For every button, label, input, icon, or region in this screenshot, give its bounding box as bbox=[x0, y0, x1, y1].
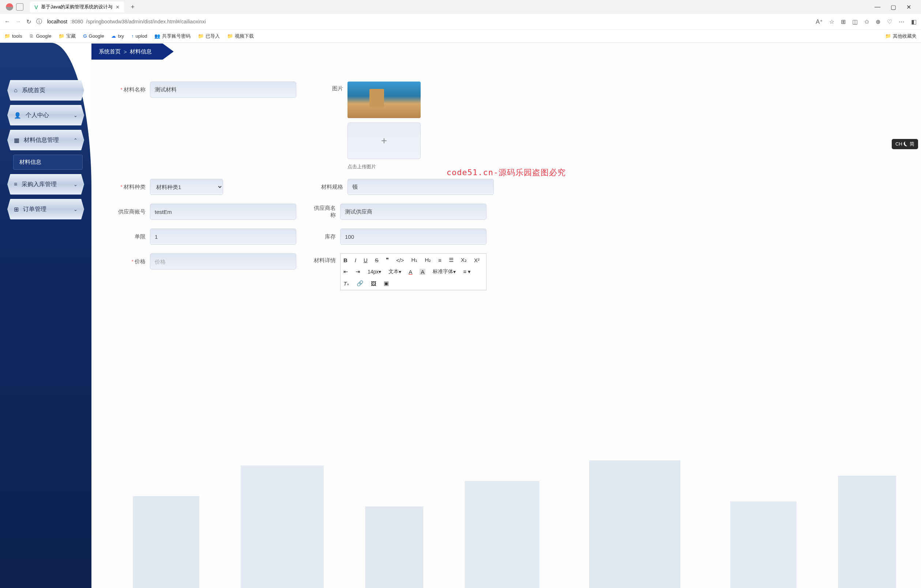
breadcrumb-sep: > bbox=[124, 49, 127, 55]
stock-input[interactable] bbox=[340, 229, 487, 245]
font-family-select[interactable]: 标准字体 ▾ bbox=[433, 268, 456, 275]
bookmark-baozang[interactable]: 📁宝藏 bbox=[59, 33, 76, 39]
material-type-select[interactable]: 材料种类1 bbox=[150, 179, 223, 195]
minimize-button[interactable]: — bbox=[873, 2, 882, 12]
url-input[interactable]: localhost:8080/springbootwdw38/admin/dis… bbox=[47, 19, 810, 24]
sidebar-sub-material-info[interactable]: 材料信息 bbox=[13, 155, 83, 170]
browser-tab[interactable]: V 基于Java的采购管理系统的设计与 ✕ bbox=[30, 2, 124, 13]
code-button[interactable]: </> bbox=[396, 257, 404, 263]
image-preview[interactable] bbox=[347, 81, 421, 118]
upload-button[interactable]: + bbox=[347, 122, 421, 159]
underline-button[interactable]: U bbox=[364, 257, 368, 263]
bookmark-tools[interactable]: 📁tools bbox=[4, 33, 22, 39]
price-input[interactable] bbox=[150, 253, 296, 270]
quote-button[interactable]: ❞ bbox=[386, 257, 389, 263]
main-content: 系统首页 > 材料信息 code51.cn-源码乐园盗图必究 *材料名称 图片 … bbox=[91, 43, 921, 588]
bookmark-google[interactable]: 🗎Google bbox=[29, 33, 51, 39]
profile-icon[interactable] bbox=[6, 3, 13, 11]
superscript-button[interactable]: X² bbox=[474, 257, 480, 263]
tab-bar: V 基于Java的采购管理系统的设计与 ✕ + — ▢ ✕ bbox=[0, 0, 921, 14]
refresh-button[interactable]: ↻ bbox=[26, 18, 31, 25]
rich-text-editor[interactable]: B I U S ❞ </> H₁ H₂ ≡ ☰ X₂ X² ⇤ bbox=[340, 253, 487, 290]
sidebar-label: 材料信息管理 bbox=[24, 136, 59, 144]
material-name-label: *材料名称 bbox=[113, 86, 150, 93]
material-icon: ▦ bbox=[14, 137, 20, 144]
svg-rect-3 bbox=[465, 481, 540, 588]
sidebar-item-order[interactable]: ⊞ 订单管理 ⌄ bbox=[7, 199, 84, 219]
italic-button[interactable]: I bbox=[355, 257, 356, 263]
h1-button[interactable]: H₁ bbox=[412, 257, 418, 263]
app-container: code51.cncode51.cncode51.cncode51.cncode… bbox=[0, 43, 921, 588]
ul-button[interactable]: ☰ bbox=[449, 257, 454, 263]
indent-button[interactable]: ⇤ bbox=[343, 268, 348, 275]
extension-icon[interactable]: ⊞ bbox=[841, 18, 846, 25]
subscript-button[interactable]: X₂ bbox=[461, 257, 467, 263]
address-bar: ← → ↻ ⓘ localhost:8080/springbootwdw38/a… bbox=[0, 14, 921, 29]
sidebar-item-profile[interactable]: 👤 个人中心 ⌄ bbox=[7, 105, 84, 125]
bg-color-button[interactable]: A bbox=[420, 269, 425, 275]
bold-button[interactable]: B bbox=[343, 257, 347, 263]
workspaces-icon[interactable] bbox=[16, 3, 23, 11]
clear-format-button[interactable]: Tₓ bbox=[343, 280, 349, 287]
svg-rect-5 bbox=[730, 501, 796, 588]
vue-favicon-icon: V bbox=[34, 4, 38, 10]
close-window-button[interactable]: ✕ bbox=[905, 2, 913, 12]
collections-icon[interactable]: ⊕ bbox=[875, 18, 880, 25]
font-size-select[interactable]: 14px ▾ bbox=[368, 269, 381, 275]
breadcrumb-home[interactable]: 系统首页 bbox=[99, 48, 121, 55]
other-bookmarks[interactable]: 📁其他收藏夹 bbox=[885, 33, 917, 39]
supplier-name-input[interactable] bbox=[340, 204, 487, 220]
align-button[interactable]: ≡ ▾ bbox=[463, 268, 471, 275]
sidebar-toggle-icon[interactable]: ◧ bbox=[911, 18, 917, 25]
new-tab-button[interactable]: + bbox=[128, 2, 138, 13]
profile-area bbox=[3, 3, 26, 11]
video-button[interactable]: ▣ bbox=[384, 280, 389, 287]
sidebar-item-material[interactable]: ▦ 材料信息管理 ⌃ bbox=[7, 130, 84, 150]
text-select[interactable]: 文本 ▾ bbox=[389, 268, 401, 275]
image-button[interactable]: 🖼 bbox=[371, 281, 376, 287]
tab-close-icon[interactable]: ✕ bbox=[116, 4, 120, 10]
sidebar-item-purchase[interactable]: ≡ 采购入库管理 ⌄ bbox=[7, 174, 84, 195]
watermark-overlay: code51.cn-源码乐园盗图必究 bbox=[447, 167, 566, 178]
font-color-button[interactable]: A bbox=[408, 269, 412, 275]
ol-button[interactable]: ≡ bbox=[438, 257, 441, 263]
material-spec-input[interactable] bbox=[347, 179, 494, 195]
ime-indicator[interactable]: CH ⏾ 简 bbox=[892, 139, 918, 149]
bookmark-video[interactable]: 📁视频下载 bbox=[227, 33, 254, 39]
outdent-button[interactable]: ⇥ bbox=[356, 268, 360, 275]
folder-icon: 📁 bbox=[4, 33, 10, 39]
chevron-down-icon: ⌄ bbox=[73, 206, 78, 212]
editor-toolbar: B I U S ❞ </> H₁ H₂ ≡ ☰ X₂ X² ⇤ bbox=[340, 254, 486, 290]
bookmark-txy[interactable]: ☁txy bbox=[111, 33, 124, 39]
strike-button[interactable]: S bbox=[375, 257, 379, 263]
link-button[interactable]: 🔗 bbox=[356, 280, 364, 287]
supplier-account-input[interactable] bbox=[150, 204, 296, 220]
bookmark-google2[interactable]: GGoogle bbox=[83, 33, 104, 39]
material-name-input[interactable] bbox=[150, 81, 296, 97]
forward-button[interactable]: → bbox=[15, 18, 21, 25]
bookmark-imported[interactable]: 📁已导入 bbox=[198, 33, 220, 39]
breadcrumb-current: 材料信息 bbox=[130, 48, 152, 55]
window-controls: — ▢ ✕ bbox=[867, 2, 918, 12]
sidebar-item-home[interactable]: ⌂ 系统首页 bbox=[7, 80, 84, 101]
favorite-icon[interactable]: ☆ bbox=[829, 18, 834, 25]
site-info-icon[interactable]: ⓘ bbox=[36, 18, 42, 26]
h2-button[interactable]: H₂ bbox=[425, 257, 431, 263]
bookmark-share[interactable]: 👥共享账号密码 bbox=[155, 33, 190, 39]
more-icon[interactable]: ⋯ bbox=[899, 18, 905, 25]
reader-icon[interactable]: A⁺ bbox=[816, 18, 823, 25]
maximize-button[interactable]: ▢ bbox=[889, 2, 898, 12]
folder-icon: 📁 bbox=[885, 33, 891, 39]
favorites-bar-icon[interactable]: ✩ bbox=[864, 18, 869, 25]
folder-icon: 📁 bbox=[198, 33, 204, 39]
plus-icon: + bbox=[381, 135, 387, 147]
limit-input[interactable] bbox=[150, 229, 296, 245]
bookmark-uplod[interactable]: ↑uplod bbox=[131, 33, 147, 39]
heart-icon[interactable]: ♡ bbox=[887, 18, 892, 25]
browser-chrome: V 基于Java的采购管理系统的设计与 ✕ + — ▢ ✕ ← → ↻ ⓘ lo… bbox=[0, 0, 921, 43]
back-button[interactable]: ← bbox=[4, 18, 10, 25]
material-type-label: *材料种类 bbox=[113, 184, 150, 190]
svg-rect-1 bbox=[241, 466, 324, 588]
chevron-up-icon: ⌃ bbox=[73, 138, 78, 143]
split-icon[interactable]: ◫ bbox=[852, 18, 858, 25]
